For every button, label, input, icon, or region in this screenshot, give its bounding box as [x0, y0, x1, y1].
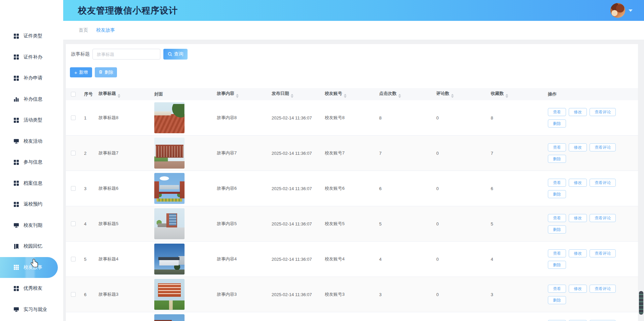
row-checkbox[interactable] [71, 115, 76, 120]
favorites-cell: 7 [487, 151, 545, 156]
row-checkbox[interactable] [71, 151, 76, 155]
sidebar-item-certificate-reissue[interactable]: 证件补办 [0, 47, 63, 68]
view-button[interactable]: 查看 [548, 249, 566, 257]
view-comments-button[interactable]: 查看评论 [590, 214, 616, 222]
row-checkbox[interactable] [71, 292, 76, 297]
grid-icon [13, 117, 19, 123]
sidebar-item-participation-info[interactable]: 参与信息 [0, 152, 63, 173]
sort-carets-icon[interactable] [398, 94, 401, 98]
sidebar-item-label: 实习与就业 [24, 307, 47, 313]
caret-down-icon[interactable] [629, 9, 633, 12]
sidebar-item-return-reservation[interactable]: 返校预约 [0, 194, 63, 215]
delete-row-button[interactable]: 删除 [548, 119, 566, 128]
cover-photo [154, 138, 185, 169]
view-comments-button[interactable]: 查看评论 [590, 249, 616, 257]
user-menu[interactable] [610, 3, 633, 18]
avatar[interactable] [610, 3, 625, 18]
delete-row-button[interactable]: 删除 [548, 296, 566, 304]
clicks-cell: 8 [376, 115, 433, 120]
delete-row-button[interactable]: 删除 [548, 190, 566, 198]
delete-row-button[interactable]: 删除 [548, 261, 566, 269]
table-row: 3 故事标题6 故事内容6 2025-02-14 11:36:07 校友账号6 … [66, 171, 638, 206]
sidebar-item-alumni-journal[interactable]: 校友刊期 [0, 215, 63, 236]
add-button[interactable]: + 新增 [70, 67, 92, 77]
account-cell: 校友账号7 [321, 150, 376, 156]
monitor-icon [13, 307, 19, 312]
grid-icon [13, 33, 19, 39]
edit-button[interactable]: 修改 [569, 108, 587, 116]
edit-button[interactable]: 修改 [569, 214, 587, 222]
sidebar-item-label: 证件补办 [24, 54, 42, 60]
query-button[interactable]: 查询 [163, 49, 188, 60]
edit-button[interactable]: 修改 [569, 179, 587, 187]
favorites-cell: 3 [487, 292, 545, 297]
view-comments-button[interactable]: 查看评论 [590, 285, 616, 293]
row-checkbox[interactable] [71, 221, 76, 226]
column-header-favorites[interactable]: 收藏数 [487, 91, 545, 98]
delete-row-button[interactable]: 删除 [548, 225, 566, 234]
column-header-clicks[interactable]: 点击次数 [376, 91, 433, 98]
table-row: 5 故事标题4 故事内容4 2025-02-14 11:36:07 校友账号4 … [66, 242, 638, 277]
story-title-cell: 故事标题4 [95, 256, 151, 262]
grid-icon [13, 159, 19, 165]
sidebar-item-campus-memory[interactable]: 校园回忆 [0, 236, 63, 257]
sidebar-item-reissue-apply[interactable]: 补办申请 [0, 68, 63, 89]
column-header-title[interactable]: 故事标题 [95, 91, 151, 98]
cover-photo [154, 314, 185, 321]
sidebar-item-certificate-type[interactable]: 证件类型 [0, 26, 63, 47]
cover-photo [154, 279, 185, 310]
sort-carets-icon[interactable] [236, 94, 239, 98]
view-comments-button[interactable]: 查看评论 [590, 179, 616, 187]
edit-button[interactable]: 修改 [569, 249, 587, 257]
sort-carets-icon[interactable] [344, 94, 347, 98]
table-row: 7 故事标题2 故事内容2 2025-02-14 11:36:07 校友账号2 … [66, 312, 638, 321]
column-header-date[interactable]: 发布日期 [268, 91, 321, 98]
sort-carets-icon[interactable] [451, 94, 454, 98]
sidebar-item-label: 校园回忆 [24, 243, 42, 249]
sort-carets-icon[interactable] [118, 94, 120, 98]
sort-carets-icon[interactable] [506, 94, 508, 98]
top-header: 校友管理微信小程序设计 [63, 0, 644, 21]
sort-carets-icon[interactable] [291, 94, 293, 98]
sidebar-item-label: 返校预约 [24, 201, 42, 207]
search-icon [168, 52, 172, 57]
query-button-label: 查询 [174, 51, 184, 57]
select-all-checkbox[interactable] [71, 92, 76, 97]
comments-cell: 0 [433, 115, 487, 120]
sidebar-item-internship-employment[interactable]: 实习与就业 [0, 299, 63, 320]
trash-icon [98, 70, 103, 75]
sidebar-item-alumni-story[interactable]: 校友故事 [0, 257, 58, 278]
sidebar-item-activity-type[interactable]: 活动类型 [0, 110, 63, 131]
story-content-cell: 故事内容4 [213, 256, 268, 262]
sidebar-item-reissue-info[interactable]: 补办信息 [0, 89, 63, 110]
publish-date-cell: 2025-02-14 11:36:07 [268, 257, 321, 262]
delete-button[interactable]: 删除 [95, 67, 117, 77]
edit-button[interactable]: 修改 [569, 143, 587, 151]
column-header-comments[interactable]: 评论数 [433, 91, 487, 98]
edit-button[interactable]: 修改 [569, 285, 587, 293]
column-header-content[interactable]: 故事内容 [213, 91, 268, 98]
column-header-account[interactable]: 校友账号 [321, 91, 376, 98]
view-button[interactable]: 查看 [548, 179, 566, 187]
view-button[interactable]: 查看 [548, 143, 566, 151]
search-input[interactable] [92, 49, 160, 60]
breadcrumb-current[interactable]: 校友故事 [96, 27, 115, 33]
cover-photo [154, 102, 185, 133]
story-title-cell: 故事标题5 [95, 221, 151, 227]
page-scrollbar-thumb[interactable] [639, 291, 643, 315]
view-button[interactable]: 查看 [548, 214, 566, 222]
view-button[interactable]: 查看 [548, 108, 566, 116]
clicks-cell: 4 [376, 257, 433, 262]
breadcrumb-home[interactable]: 首页 [79, 27, 88, 33]
sidebar-item-alumni-activity[interactable]: 校友活动 [0, 131, 63, 152]
grid-icon [13, 180, 19, 186]
row-checkbox[interactable] [71, 257, 76, 261]
sidebar-item-archive-info[interactable]: 档案信息 [0, 173, 63, 194]
sidebar-item-outstanding-alumni[interactable]: 优秀校友 [0, 278, 63, 299]
story-title-cell: 故事标题6 [95, 185, 151, 191]
view-comments-button[interactable]: 查看评论 [590, 143, 616, 151]
view-comments-button[interactable]: 查看评论 [590, 108, 616, 116]
view-button[interactable]: 查看 [548, 285, 566, 293]
delete-row-button[interactable]: 删除 [548, 155, 566, 163]
row-checkbox[interactable] [71, 186, 76, 191]
